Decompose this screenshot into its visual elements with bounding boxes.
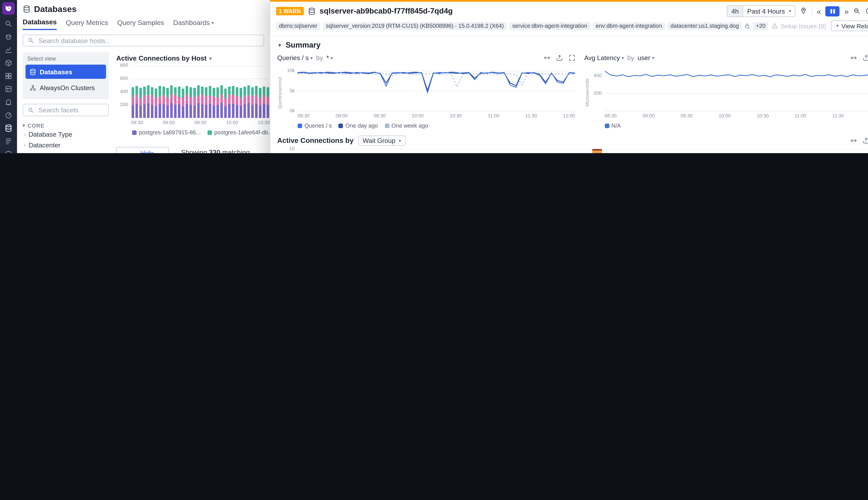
nav-security-icon[interactable] bbox=[4, 150, 12, 153]
tab-dashboards[interactable]: Dashboards▾ bbox=[173, 18, 214, 30]
databases-page: Databases DatabasesQuery MetricsQuery Sa… bbox=[17, 0, 270, 153]
export-icon[interactable] bbox=[863, 54, 868, 61]
wait-group-plot[interactable] bbox=[298, 149, 868, 153]
tag[interactable]: service:dbm-agent-integration bbox=[509, 22, 590, 30]
active-connections-title: Active Connections by bbox=[277, 137, 354, 145]
y-tick-label: 10 bbox=[289, 146, 295, 151]
x-tick-label: 11:30 bbox=[832, 113, 844, 118]
panel-header: 1 WARN sqlserver-ab9bcab0-f77ff845d-7qd4… bbox=[271, 2, 868, 19]
nav-search-icon[interactable] bbox=[4, 20, 12, 28]
nav-infrastructure-icon[interactable] bbox=[4, 59, 12, 67]
search-icon bbox=[28, 107, 34, 113]
metric-select[interactable]: Queries / s▾ bbox=[277, 54, 313, 61]
legend-item[interactable]: postgres-1a697915-86... bbox=[132, 129, 201, 135]
tag[interactable]: sqlserver_version:2019 (RTM-CU15) (KB500… bbox=[323, 22, 506, 30]
hide-controls-button[interactable]: Hide Controls bbox=[116, 147, 169, 153]
facet-search-input[interactable] bbox=[37, 106, 109, 114]
y-tick-label: 200 bbox=[594, 90, 602, 96]
x-tick-label: 11:00 bbox=[795, 113, 806, 118]
database-icon bbox=[23, 5, 31, 13]
x-tick-label: 12:00 bbox=[563, 113, 575, 118]
x-tick-label: 08:30 bbox=[604, 113, 616, 118]
facet-group-core[interactable]: ▾CORE bbox=[23, 122, 109, 129]
x-tick-label: 09:00 bbox=[163, 120, 175, 125]
y-tick-label: 200 bbox=[120, 101, 128, 107]
active-connections-section: Active Connections by Wait Group ▾ Sessi… bbox=[271, 134, 868, 153]
refresh-icon[interactable] bbox=[865, 7, 868, 14]
group-by-select[interactable]: *▾ bbox=[327, 54, 333, 61]
host-connections-plot[interactable] bbox=[131, 66, 270, 118]
latency-chart-card: Avg Latency▾ by user▾ Microseconds 20040… bbox=[584, 52, 868, 129]
x-tick-label: 10:00 bbox=[719, 113, 731, 118]
latency-legend: N/A bbox=[584, 118, 868, 129]
facet-item[interactable]: ›Database Type bbox=[23, 129, 109, 139]
queries-per-second-plot[interactable] bbox=[298, 67, 575, 111]
fullscreen-icon[interactable] bbox=[568, 54, 575, 61]
legend-item[interactable]: N/A bbox=[604, 122, 621, 129]
view-item-alwayson-clusters[interactable]: AlwaysOn Clusters bbox=[25, 81, 106, 95]
sync-timeframe-icon[interactable] bbox=[544, 54, 550, 61]
x-tick-label: 09:30 bbox=[194, 120, 206, 125]
x-tick-label: 09:00 bbox=[335, 113, 347, 118]
rewind-button[interactable]: « bbox=[816, 7, 821, 15]
chevron-down-icon: ▼ bbox=[277, 42, 282, 48]
nav-database-icon[interactable] bbox=[4, 124, 12, 132]
search-icon bbox=[28, 37, 34, 44]
caret-down-icon: ▾ bbox=[399, 138, 401, 143]
view-item-databases[interactable]: Databases bbox=[25, 65, 106, 79]
host-chart-title[interactable]: Active Connections by Host ▾ bbox=[116, 54, 270, 62]
nav-host-map-icon[interactable] bbox=[4, 72, 12, 80]
more-tags-badge[interactable]: +20 bbox=[753, 22, 768, 30]
metric-select[interactable]: Avg Latency▾ bbox=[584, 54, 624, 61]
facet-item[interactable]: ›Datacenter bbox=[23, 139, 109, 150]
x-tick-label: 09:00 bbox=[642, 113, 654, 118]
datadog-logo[interactable] bbox=[2, 2, 15, 15]
facet-item[interactable]: ›Service bbox=[23, 150, 109, 153]
export-icon[interactable] bbox=[863, 137, 868, 144]
pause-button[interactable] bbox=[826, 6, 840, 16]
time-range-picker[interactable]: 4h Past 4 Hours ▾ bbox=[727, 5, 795, 17]
nav-watchdog-icon[interactable] bbox=[4, 33, 12, 41]
forward-button[interactable]: » bbox=[844, 7, 848, 15]
host-search-input[interactable] bbox=[37, 37, 259, 45]
x-tick-label: 10:30 bbox=[258, 120, 270, 125]
nav-logs-icon[interactable] bbox=[4, 137, 12, 145]
group-by-select[interactable]: user▾ bbox=[638, 54, 654, 61]
y-tick-label: 400 bbox=[594, 72, 602, 78]
nav-apm-icon[interactable] bbox=[4, 111, 12, 119]
tag[interactable]: datacenter:us1.staging.dog bbox=[668, 22, 742, 30]
tab-query-metrics[interactable]: Query Metrics bbox=[66, 18, 108, 30]
view-related-button[interactable]: ▾ View Related bbox=[831, 21, 868, 31]
divider bbox=[175, 151, 175, 153]
legend-item[interactable]: Queries / s bbox=[298, 122, 332, 129]
legend-item[interactable]: postgres-1afee64f-db... bbox=[207, 129, 270, 135]
caret-down-icon: ▾ bbox=[23, 123, 25, 128]
y-axis-label: Sessions bbox=[277, 149, 283, 153]
host-search[interactable] bbox=[23, 35, 264, 46]
sync-timeframe-icon[interactable] bbox=[850, 137, 857, 144]
tag[interactable]: dbms:sqlserver bbox=[276, 22, 320, 30]
nav-dashboards-icon[interactable] bbox=[4, 85, 12, 93]
tag[interactable]: env:dbm-agent-integration bbox=[593, 22, 665, 30]
warn-badge[interactable]: 1 WARN bbox=[276, 7, 304, 15]
summary-section-header[interactable]: ▼ Summary bbox=[271, 36, 868, 51]
sync-timeframe-icon[interactable] bbox=[850, 54, 857, 61]
zoom-out-icon[interactable] bbox=[853, 7, 860, 14]
avg-latency-plot[interactable] bbox=[604, 67, 868, 111]
tab-databases[interactable]: Databases bbox=[23, 18, 57, 30]
nav-metrics-icon[interactable] bbox=[4, 46, 12, 54]
setup-issues-button[interactable]: Setup Issues (0) bbox=[772, 22, 826, 29]
export-icon[interactable] bbox=[556, 54, 563, 61]
tab-query-samples[interactable]: Query Samples bbox=[117, 18, 164, 30]
legend-item[interactable]: One week ago bbox=[385, 122, 428, 129]
queries-chart-card: Queries / s▾ by *▾ Queries/second 0k5k10… bbox=[277, 52, 575, 129]
caret-down-icon: ▾ bbox=[331, 55, 333, 60]
facet-search[interactable] bbox=[23, 104, 109, 116]
nav-monitors-icon[interactable] bbox=[4, 98, 12, 106]
pin-icon[interactable] bbox=[800, 7, 807, 14]
legend-item[interactable]: One day ago bbox=[339, 122, 378, 129]
chevron-right-icon: › bbox=[24, 131, 26, 137]
wait-group-select[interactable]: Wait Group ▾ bbox=[358, 135, 406, 146]
select-view-label: Select view bbox=[23, 52, 109, 65]
caret-down-icon: ▾ bbox=[836, 23, 839, 28]
